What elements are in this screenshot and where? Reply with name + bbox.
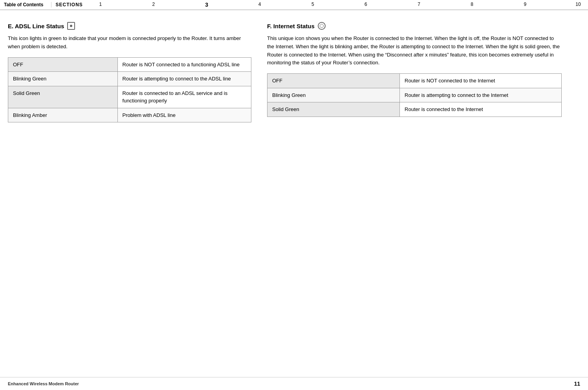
internet-heading-text: F. Internet Status	[267, 23, 315, 29]
main-content: E. ADSL Line Status This icon lights in …	[0, 10, 588, 130]
adsl-table-row: Solid Green Router is connected to an AD…	[8, 86, 251, 108]
top-navigation: Table of Contents SECTIONS 12345678910	[0, 0, 588, 10]
adsl-table-row: OFF Router is NOT connected to a functio…	[8, 57, 251, 72]
adsl-state-cell: Solid Green	[8, 86, 118, 108]
adsl-desc-cell: Router is NOT connected to a functioning…	[117, 57, 251, 72]
internet-table-row: OFF Router is NOT connected to the Inter…	[267, 74, 562, 88]
internet-heading: F. Internet Status	[267, 22, 562, 30]
nav-number-4[interactable]: 4	[254, 2, 266, 8]
nav-number-10[interactable]: 10	[572, 2, 584, 8]
adsl-description: This icon lights in green to indicate th…	[8, 35, 251, 51]
internet-table-row: Blinking Green Router is attempting to c…	[267, 88, 562, 102]
adsl-state-cell: Blinking Amber	[8, 108, 118, 122]
nav-number-3[interactable]: 3	[201, 2, 212, 8]
nav-number-6[interactable]: 6	[360, 2, 372, 8]
adsl-desc-cell: Problem with ADSL line	[117, 108, 251, 122]
internet-table-row: Solid Green Router is connected to the I…	[267, 102, 562, 117]
page-number: 11	[574, 381, 580, 387]
adsl-heading: E. ADSL Line Status	[8, 22, 251, 30]
nav-number-9[interactable]: 9	[519, 2, 531, 8]
nav-number-1[interactable]: 1	[95, 2, 106, 8]
nav-number-5[interactable]: 5	[307, 2, 319, 8]
internet-section: F. Internet Status This unique icon show…	[267, 22, 562, 122]
nav-number-2[interactable]: 2	[148, 2, 159, 8]
nav-number-8[interactable]: 8	[466, 2, 478, 8]
adsl-desc-cell: Router is attempting to connect to the A…	[117, 72, 251, 86]
internet-desc-cell: Router is attempting to connect to the I…	[400, 88, 562, 102]
brand-label: Enhanced Wireless Modem Router	[8, 381, 79, 386]
adsl-desc-cell: Router is connected to an ADSL service a…	[117, 86, 251, 108]
internet-desc-cell: Router is NOT connected to the Internet	[400, 74, 562, 88]
adsl-status-table: OFF Router is NOT connected to a functio…	[8, 57, 251, 123]
adsl-icon	[67, 22, 75, 30]
adsl-state-cell: OFF	[8, 57, 118, 72]
adsl-table-row: Blinking Amber Problem with ADSL line	[8, 108, 251, 122]
page-footer: Enhanced Wireless Modem Router 11	[0, 377, 588, 390]
nav-numbers: 12345678910	[95, 2, 584, 8]
adsl-section: E. ADSL Line Status This icon lights in …	[8, 22, 251, 122]
adsl-state-cell: Blinking Green	[8, 72, 118, 86]
internet-icon	[318, 22, 326, 30]
internet-state-cell: OFF	[267, 74, 400, 88]
internet-state-cell: Blinking Green	[267, 88, 400, 102]
nav-number-7[interactable]: 7	[413, 2, 425, 8]
internet-status-table: OFF Router is NOT connected to the Inter…	[267, 73, 562, 117]
internet-state-cell: Solid Green	[267, 102, 400, 117]
internet-description: This unique icon shows you when the Rout…	[267, 35, 562, 67]
internet-desc-cell: Router is connected to the Internet	[400, 102, 562, 117]
adsl-heading-text: E. ADSL Line Status	[8, 23, 64, 29]
toc-link[interactable]: Table of Contents	[4, 2, 51, 7]
adsl-table-row: Blinking Green Router is attempting to c…	[8, 72, 251, 86]
sections-label: SECTIONS	[55, 2, 82, 7]
